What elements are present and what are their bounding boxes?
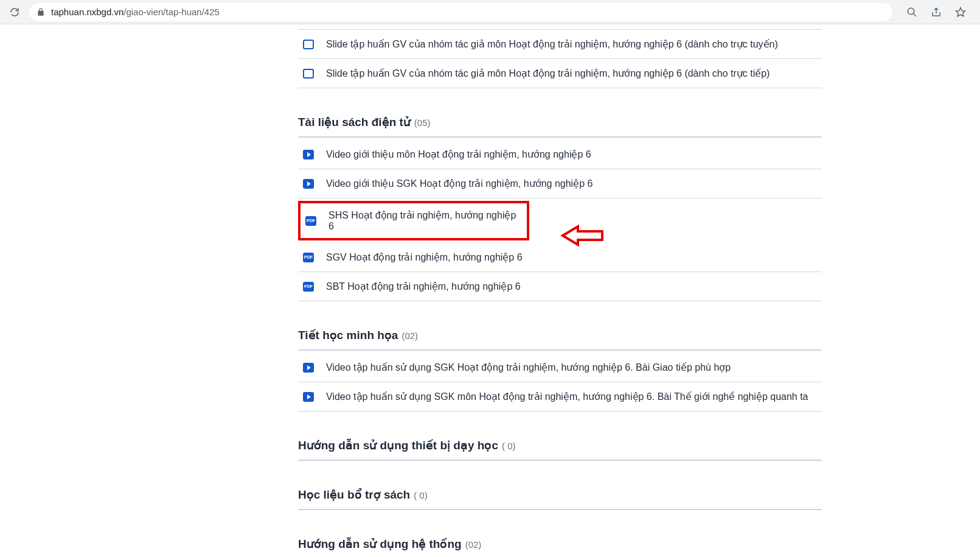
browser-address-bar: taphuan.nxbgd.vn/giao-vien/tap-huan/425 <box>0 0 980 24</box>
svg-marker-2 <box>956 7 965 16</box>
pdf-icon: PDF <box>303 282 314 292</box>
pdf-icon: PDF <box>305 216 316 226</box>
star-icon <box>955 7 966 18</box>
url-input[interactable]: taphuan.nxbgd.vn/giao-vien/tap-huan/425 <box>29 3 892 21</box>
section-title: Tiết học minh họa <box>298 328 398 342</box>
resource-item[interactable]: PDFSGV Hoạt động trải nghiệm, hướng nghi… <box>298 243 822 272</box>
section-count: ( 0) <box>502 441 516 451</box>
video-icon <box>303 150 314 159</box>
section-count: (05) <box>414 117 431 128</box>
section-header: Hướng dẫn sử dụng thiết bị dạy học( 0) <box>298 432 822 461</box>
section-header: Học liệu bổ trợ sách( 0) <box>298 482 822 510</box>
url-text: taphuan.nxbgd.vn/giao-vien/tap-huan/425 <box>51 7 220 17</box>
share-button[interactable] <box>926 2 946 22</box>
section-title: Học liệu bổ trợ sách <box>298 488 410 502</box>
resource-item[interactable]: PDFSHS Hoạt động trải nghiệm, hướng nghi… <box>298 201 529 240</box>
zoom-button[interactable] <box>902 2 922 22</box>
url-domain: taphuan.nxbgd.vn <box>51 7 123 17</box>
section-count: (02) <box>401 331 418 341</box>
share-icon <box>931 7 942 18</box>
section-title: Hướng dẫn sử dụng thiết bị dạy học <box>298 438 498 452</box>
resource-item-label: Video giới thiệu môn Hoạt động trải nghi… <box>326 149 591 160</box>
pdf-icon: PDF <box>303 253 314 262</box>
resource-item-label: Video giới thiệu SGK Hoạt động trải nghi… <box>326 178 593 189</box>
resource-item-label: Slide tập huấn GV của nhóm tác giả môn H… <box>326 38 778 50</box>
url-path: /giao-vien/tap-huan/425 <box>123 7 220 17</box>
resource-item-label: Video tập huấn sử dụng SGK môn Hoạt động… <box>326 391 808 402</box>
reload-button[interactable] <box>5 2 24 22</box>
section-header: Tài liệu sách điện tử(05) <box>298 109 822 138</box>
video-icon <box>303 392 314 402</box>
browser-actions <box>897 2 975 22</box>
resource-item-label: SGV Hoạt động trải nghiệm, hướng nghiệp … <box>326 251 523 263</box>
section-title: Hướng dẫn sử dụng hệ thống <box>298 537 462 551</box>
resource-item-label: SBT Hoạt động trải nghiệm, hướng nghiệp … <box>326 281 521 292</box>
resource-item[interactable]: Video tập huấn sử dụng SGK Hoạt động trả… <box>298 353 822 382</box>
page-content: Slide tập huấn GV của nhóm tác giả môn H… <box>0 24 980 557</box>
section-header: Hướng dẫn sử dụng hệ thống(02) <box>298 531 822 557</box>
resource-item[interactable]: PDFSBT Hoạt động trải nghiệm, hướng nghi… <box>298 272 822 301</box>
lock-icon <box>36 8 45 16</box>
section-title: Tài liệu sách điện tử <box>298 115 411 129</box>
resource-item-label: Video tập huấn sử dụng SGK Hoạt động trả… <box>326 362 731 373</box>
video-icon <box>303 363 314 373</box>
section-count: (02) <box>465 539 482 550</box>
resource-item[interactable]: Video giới thiệu SGK Hoạt động trải nghi… <box>298 169 822 198</box>
resource-item[interactable]: Slide tập huấn GV của nhóm tác giả môn H… <box>298 29 822 59</box>
slide-icon <box>303 40 314 49</box>
section-header: Tiết học minh họa(02) <box>298 322 822 351</box>
reload-icon <box>9 7 20 18</box>
resource-item[interactable]: Slide tập huấn GV của nhóm tác giả môn H… <box>298 59 822 88</box>
magnify-icon <box>906 7 917 18</box>
svg-point-0 <box>908 8 914 15</box>
svg-line-1 <box>913 13 916 16</box>
section-count: ( 0) <box>414 490 428 500</box>
bookmark-button[interactable] <box>951 2 970 22</box>
resource-item-label: Slide tập huấn GV của nhóm tác giả môn H… <box>326 68 770 79</box>
resource-item-label: SHS Hoạt động trải nghiệm, hướng nghiệp … <box>328 209 522 232</box>
video-icon <box>303 179 314 189</box>
resource-item[interactable]: Video tập huấn sử dụng SGK môn Hoạt động… <box>298 382 822 412</box>
resource-item[interactable]: Video giới thiệu môn Hoạt động trải nghi… <box>298 140 822 169</box>
slide-icon <box>303 69 314 79</box>
